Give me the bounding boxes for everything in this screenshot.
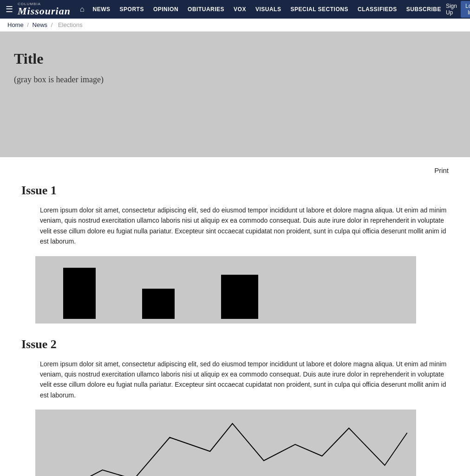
- nav-links: NEWS SPORTS OPINION OBITUARIES VOX VISUA…: [88, 0, 446, 19]
- print-row: Print: [21, 166, 449, 174]
- home-icon[interactable]: ⌂: [80, 5, 85, 13]
- breadcrumb-sep-1: /: [27, 21, 30, 28]
- issue-1-body: Lorem ipsum dolor sit amet, consectetur …: [40, 205, 449, 247]
- nav-opinion[interactable]: OPINION: [149, 0, 183, 19]
- issue-2-heading: Issue 2: [21, 337, 449, 351]
- print-button[interactable]: Print: [434, 166, 449, 174]
- line-chart-svg: [35, 410, 416, 476]
- nav-actions: Sign Up Log In: [446, 1, 470, 18]
- line-chart-line: [58, 423, 407, 476]
- nav-news[interactable]: NEWS: [88, 0, 115, 19]
- hamburger-icon[interactable]: ☰: [6, 4, 13, 14]
- sign-up-link[interactable]: Sign Up: [446, 3, 457, 16]
- nav-special-sections[interactable]: SPECIAL SECTIONS: [286, 0, 352, 19]
- nav-subscribe[interactable]: SUBSCRIBE: [402, 0, 446, 19]
- main-content: Print Issue 1 Lorem ipsum dolor sit amet…: [7, 157, 463, 476]
- bar-chart: [35, 256, 416, 324]
- breadcrumb-home[interactable]: Home: [7, 21, 24, 28]
- line-chart: [35, 410, 416, 476]
- page-title: Title: [14, 50, 456, 67]
- navbar: ☰ COLUMBIA Missourian ⌂ NEWS SPORTS OPIN…: [0, 0, 470, 19]
- logo-main[interactable]: Missourian: [18, 6, 71, 16]
- nav-vox[interactable]: VOX: [229, 0, 251, 19]
- nav-obituaries[interactable]: OBITUARIES: [183, 0, 229, 19]
- bar-3: [221, 275, 258, 319]
- breadcrumb-current: Elections: [58, 21, 83, 28]
- issue-2-body: Lorem ipsum dolor sit amet, consectetur …: [40, 359, 449, 401]
- breadcrumb-news[interactable]: News: [33, 21, 48, 28]
- breadcrumb-sep-2: /: [51, 21, 54, 28]
- bar-2: [142, 289, 175, 319]
- logo-area: COLUMBIA Missourian: [18, 2, 71, 16]
- log-in-button[interactable]: Log In: [461, 1, 470, 18]
- header-subtitle: (gray box is header image): [14, 75, 456, 85]
- issue-1-heading: Issue 1: [21, 184, 449, 198]
- bar-1: [63, 268, 96, 319]
- breadcrumb: Home / News / Elections: [0, 19, 470, 32]
- nav-classifieds[interactable]: CLASSIFIEDS: [353, 0, 402, 19]
- nav-visuals[interactable]: VISUALS: [251, 0, 286, 19]
- nav-sports[interactable]: SPORTS: [115, 0, 149, 19]
- header-image-area: Title (gray box is header image): [0, 32, 470, 157]
